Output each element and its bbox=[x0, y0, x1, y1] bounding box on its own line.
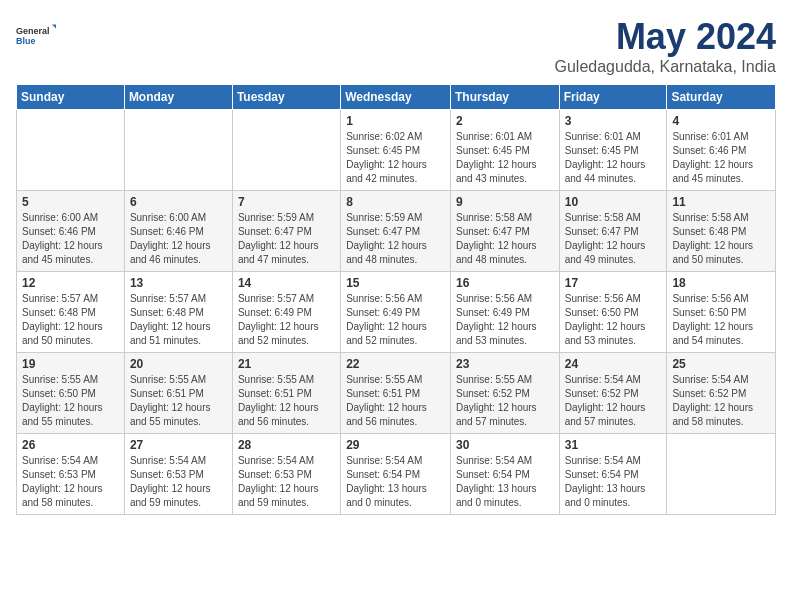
calendar-cell: 14Sunrise: 5:57 AM Sunset: 6:49 PM Dayli… bbox=[232, 272, 340, 353]
day-number: 31 bbox=[565, 438, 662, 452]
day-number: 17 bbox=[565, 276, 662, 290]
logo-icon: General Blue bbox=[16, 16, 56, 56]
day-info: Sunrise: 5:58 AM Sunset: 6:48 PM Dayligh… bbox=[672, 211, 770, 267]
page-header: General Blue May 2024 Guledagudda, Karna… bbox=[16, 16, 776, 76]
day-info: Sunrise: 5:59 AM Sunset: 6:47 PM Dayligh… bbox=[346, 211, 445, 267]
calendar-cell: 9Sunrise: 5:58 AM Sunset: 6:47 PM Daylig… bbox=[450, 191, 559, 272]
calendar-cell: 17Sunrise: 5:56 AM Sunset: 6:50 PM Dayli… bbox=[559, 272, 667, 353]
calendar-cell: 12Sunrise: 5:57 AM Sunset: 6:48 PM Dayli… bbox=[17, 272, 125, 353]
day-number: 3 bbox=[565, 114, 662, 128]
calendar-week-row: 26Sunrise: 5:54 AM Sunset: 6:53 PM Dayli… bbox=[17, 434, 776, 515]
calendar-week-row: 19Sunrise: 5:55 AM Sunset: 6:50 PM Dayli… bbox=[17, 353, 776, 434]
day-number: 20 bbox=[130, 357, 227, 371]
day-info: Sunrise: 6:00 AM Sunset: 6:46 PM Dayligh… bbox=[22, 211, 119, 267]
day-info: Sunrise: 5:54 AM Sunset: 6:54 PM Dayligh… bbox=[565, 454, 662, 510]
calendar-cell: 23Sunrise: 5:55 AM Sunset: 6:52 PM Dayli… bbox=[450, 353, 559, 434]
day-number: 22 bbox=[346, 357, 445, 371]
day-info: Sunrise: 5:56 AM Sunset: 6:50 PM Dayligh… bbox=[672, 292, 770, 348]
day-number: 14 bbox=[238, 276, 335, 290]
calendar-cell: 4Sunrise: 6:01 AM Sunset: 6:46 PM Daylig… bbox=[667, 110, 776, 191]
day-number: 18 bbox=[672, 276, 770, 290]
weekday-header: Sunday bbox=[17, 85, 125, 110]
day-number: 25 bbox=[672, 357, 770, 371]
day-info: Sunrise: 5:55 AM Sunset: 6:50 PM Dayligh… bbox=[22, 373, 119, 429]
calendar-cell: 6Sunrise: 6:00 AM Sunset: 6:46 PM Daylig… bbox=[124, 191, 232, 272]
day-info: Sunrise: 5:56 AM Sunset: 6:50 PM Dayligh… bbox=[565, 292, 662, 348]
calendar-week-row: 1Sunrise: 6:02 AM Sunset: 6:45 PM Daylig… bbox=[17, 110, 776, 191]
calendar-cell: 19Sunrise: 5:55 AM Sunset: 6:50 PM Dayli… bbox=[17, 353, 125, 434]
day-number: 13 bbox=[130, 276, 227, 290]
calendar-cell: 7Sunrise: 5:59 AM Sunset: 6:47 PM Daylig… bbox=[232, 191, 340, 272]
day-info: Sunrise: 5:58 AM Sunset: 6:47 PM Dayligh… bbox=[565, 211, 662, 267]
day-info: Sunrise: 5:54 AM Sunset: 6:53 PM Dayligh… bbox=[22, 454, 119, 510]
weekday-header: Tuesday bbox=[232, 85, 340, 110]
calendar-cell bbox=[232, 110, 340, 191]
day-info: Sunrise: 5:56 AM Sunset: 6:49 PM Dayligh… bbox=[346, 292, 445, 348]
calendar-cell: 10Sunrise: 5:58 AM Sunset: 6:47 PM Dayli… bbox=[559, 191, 667, 272]
title-block: May 2024 Guledagudda, Karnataka, India bbox=[555, 16, 777, 76]
day-number: 4 bbox=[672, 114, 770, 128]
day-info: Sunrise: 5:58 AM Sunset: 6:47 PM Dayligh… bbox=[456, 211, 554, 267]
day-info: Sunrise: 5:56 AM Sunset: 6:49 PM Dayligh… bbox=[456, 292, 554, 348]
day-info: Sunrise: 5:54 AM Sunset: 6:52 PM Dayligh… bbox=[672, 373, 770, 429]
day-number: 11 bbox=[672, 195, 770, 209]
calendar-cell: 20Sunrise: 5:55 AM Sunset: 6:51 PM Dayli… bbox=[124, 353, 232, 434]
day-number: 10 bbox=[565, 195, 662, 209]
day-info: Sunrise: 5:59 AM Sunset: 6:47 PM Dayligh… bbox=[238, 211, 335, 267]
day-info: Sunrise: 5:54 AM Sunset: 6:54 PM Dayligh… bbox=[346, 454, 445, 510]
calendar-cell: 22Sunrise: 5:55 AM Sunset: 6:51 PM Dayli… bbox=[341, 353, 451, 434]
calendar-cell: 5Sunrise: 6:00 AM Sunset: 6:46 PM Daylig… bbox=[17, 191, 125, 272]
day-number: 16 bbox=[456, 276, 554, 290]
day-number: 27 bbox=[130, 438, 227, 452]
day-info: Sunrise: 6:02 AM Sunset: 6:45 PM Dayligh… bbox=[346, 130, 445, 186]
day-number: 24 bbox=[565, 357, 662, 371]
calendar-cell: 31Sunrise: 5:54 AM Sunset: 6:54 PM Dayli… bbox=[559, 434, 667, 515]
day-info: Sunrise: 5:54 AM Sunset: 6:52 PM Dayligh… bbox=[565, 373, 662, 429]
day-info: Sunrise: 6:01 AM Sunset: 6:46 PM Dayligh… bbox=[672, 130, 770, 186]
weekday-header: Wednesday bbox=[341, 85, 451, 110]
weekday-header: Thursday bbox=[450, 85, 559, 110]
calendar-cell bbox=[124, 110, 232, 191]
calendar-cell: 21Sunrise: 5:55 AM Sunset: 6:51 PM Dayli… bbox=[232, 353, 340, 434]
day-info: Sunrise: 5:57 AM Sunset: 6:48 PM Dayligh… bbox=[22, 292, 119, 348]
day-info: Sunrise: 5:55 AM Sunset: 6:52 PM Dayligh… bbox=[456, 373, 554, 429]
calendar-cell bbox=[667, 434, 776, 515]
day-info: Sunrise: 5:55 AM Sunset: 6:51 PM Dayligh… bbox=[346, 373, 445, 429]
day-number: 2 bbox=[456, 114, 554, 128]
day-info: Sunrise: 6:01 AM Sunset: 6:45 PM Dayligh… bbox=[456, 130, 554, 186]
day-info: Sunrise: 6:01 AM Sunset: 6:45 PM Dayligh… bbox=[565, 130, 662, 186]
calendar-cell: 30Sunrise: 5:54 AM Sunset: 6:54 PM Dayli… bbox=[450, 434, 559, 515]
day-info: Sunrise: 5:54 AM Sunset: 6:53 PM Dayligh… bbox=[130, 454, 227, 510]
day-number: 5 bbox=[22, 195, 119, 209]
calendar-cell: 29Sunrise: 5:54 AM Sunset: 6:54 PM Dayli… bbox=[341, 434, 451, 515]
calendar-cell bbox=[17, 110, 125, 191]
calendar-cell: 24Sunrise: 5:54 AM Sunset: 6:52 PM Dayli… bbox=[559, 353, 667, 434]
day-number: 19 bbox=[22, 357, 119, 371]
calendar-cell: 25Sunrise: 5:54 AM Sunset: 6:52 PM Dayli… bbox=[667, 353, 776, 434]
calendar-week-row: 5Sunrise: 6:00 AM Sunset: 6:46 PM Daylig… bbox=[17, 191, 776, 272]
calendar-cell: 11Sunrise: 5:58 AM Sunset: 6:48 PM Dayli… bbox=[667, 191, 776, 272]
svg-text:General: General bbox=[16, 26, 50, 36]
svg-marker-2 bbox=[52, 25, 56, 29]
calendar-header-row: SundayMondayTuesdayWednesdayThursdayFrid… bbox=[17, 85, 776, 110]
calendar-table: SundayMondayTuesdayWednesdayThursdayFrid… bbox=[16, 84, 776, 515]
calendar-cell: 28Sunrise: 5:54 AM Sunset: 6:53 PM Dayli… bbox=[232, 434, 340, 515]
day-number: 12 bbox=[22, 276, 119, 290]
day-number: 21 bbox=[238, 357, 335, 371]
day-number: 23 bbox=[456, 357, 554, 371]
weekday-header: Monday bbox=[124, 85, 232, 110]
calendar-cell: 27Sunrise: 5:54 AM Sunset: 6:53 PM Dayli… bbox=[124, 434, 232, 515]
calendar-cell: 1Sunrise: 6:02 AM Sunset: 6:45 PM Daylig… bbox=[341, 110, 451, 191]
day-info: Sunrise: 5:55 AM Sunset: 6:51 PM Dayligh… bbox=[130, 373, 227, 429]
day-number: 6 bbox=[130, 195, 227, 209]
calendar-cell: 18Sunrise: 5:56 AM Sunset: 6:50 PM Dayli… bbox=[667, 272, 776, 353]
calendar-cell: 16Sunrise: 5:56 AM Sunset: 6:49 PM Dayli… bbox=[450, 272, 559, 353]
calendar-cell: 13Sunrise: 5:57 AM Sunset: 6:48 PM Dayli… bbox=[124, 272, 232, 353]
day-number: 30 bbox=[456, 438, 554, 452]
calendar-cell: 3Sunrise: 6:01 AM Sunset: 6:45 PM Daylig… bbox=[559, 110, 667, 191]
weekday-header: Saturday bbox=[667, 85, 776, 110]
logo: General Blue bbox=[16, 16, 56, 56]
day-info: Sunrise: 5:55 AM Sunset: 6:51 PM Dayligh… bbox=[238, 373, 335, 429]
main-title: May 2024 bbox=[555, 16, 777, 58]
calendar-cell: 15Sunrise: 5:56 AM Sunset: 6:49 PM Dayli… bbox=[341, 272, 451, 353]
